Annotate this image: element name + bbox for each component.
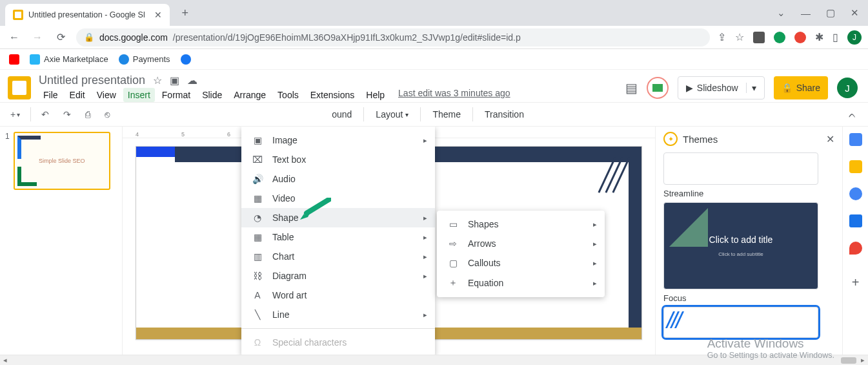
insert-video[interactable]: ▦Video — [241, 189, 435, 208]
scroll-right-icon[interactable]: ▸ — [858, 356, 868, 364]
insert-diagram[interactable]: ⛓Diagram▸ — [241, 266, 435, 286]
contacts-icon[interactable] — [849, 214, 862, 227]
menu-edit[interactable]: Edit — [65, 88, 90, 102]
omega-icon: Ω — [252, 337, 263, 348]
youtube-icon[interactable] — [9, 54, 19, 65]
maximize-icon[interactable]: ▢ — [826, 7, 835, 19]
watermark-line2: Go to Settings to activate Windows. — [707, 351, 834, 360]
insert-textbox[interactable]: ⌧Text box — [241, 150, 435, 169]
theme-prev-partial[interactable] — [663, 152, 818, 185]
insert-special-chars: ΩSpecial characters — [241, 333, 435, 352]
extension-green-icon[interactable] — [774, 32, 785, 43]
slides-logo-icon[interactable] — [8, 76, 31, 99]
line-icon: ╲ — [252, 309, 263, 320]
menu-extensions[interactable]: Extensions — [306, 88, 359, 102]
textbox-icon: ⌧ — [252, 154, 263, 165]
meet-icon[interactable] — [647, 77, 669, 99]
browser-tab[interactable]: Untitled presentation - Google Sl ✕ — [5, 4, 170, 26]
thumb-caption: Simple Slide SEO — [39, 158, 85, 164]
menu-bar: File Edit View Insert Format Slide Arran… — [39, 88, 510, 102]
insert-table[interactable]: ▦Table▸ — [241, 227, 435, 247]
menu-slide[interactable]: Slide — [197, 88, 227, 102]
slideshow-caret-icon[interactable]: ▾ — [746, 83, 756, 93]
side-rail: + — [842, 127, 868, 355]
bookmark-payments[interactable]: Payments — [119, 54, 170, 65]
tasks-icon[interactable] — [849, 187, 862, 200]
scroll-left-icon[interactable]: ◂ — [0, 356, 10, 364]
shape-callouts[interactable]: ▢Callouts▸ — [437, 253, 605, 273]
undo-button[interactable]: ↶ — [37, 107, 53, 122]
facebook-icon[interactable] — [181, 54, 191, 65]
shape-shapes[interactable]: ▭Shapes▸ — [437, 214, 605, 234]
share-button[interactable]: 🔒 Share — [774, 76, 828, 99]
background-button[interactable]: ound — [327, 107, 357, 122]
menu-tools[interactable]: Tools — [273, 88, 303, 102]
back-button[interactable]: ← — [6, 30, 22, 45]
theme-button[interactable]: Theme — [427, 107, 466, 122]
extensions-puzzle-icon[interactable]: ✱ — [815, 31, 823, 43]
diagram-icon: ⛓ — [252, 271, 263, 281]
address-bar[interactable]: 🔒 docs.google.com/presentation/d/19jOgE9… — [76, 28, 710, 47]
extension-m-icon[interactable] — [753, 32, 765, 43]
browser-tab-strip: Untitled presentation - Google Sl ✕ + ⌄ … — [0, 0, 868, 26]
reading-list-icon[interactable]: ▯ — [833, 31, 838, 43]
shape-equation[interactable]: ＋Equation▸ — [437, 273, 605, 293]
insert-wordart[interactable]: AWord art — [241, 286, 435, 305]
theme-streamline[interactable]: Click to add title Click to add subtitle — [663, 202, 818, 289]
paint-format-button[interactable]: ⎋ — [101, 107, 114, 122]
slideshow-button[interactable]: ▶ Slideshow ▾ — [678, 76, 765, 99]
shape-arrows[interactable]: ⇨Arrows▸ — [437, 234, 605, 253]
new-tab-button[interactable]: + — [176, 4, 194, 22]
new-slide-button[interactable]: +▾ — [6, 107, 24, 122]
maps-icon[interactable] — [849, 242, 862, 255]
collapse-toolbar-icon[interactable]: ᨈ — [849, 109, 856, 120]
theme-title-text: Click to add title — [709, 235, 773, 245]
move-icon[interactable]: ▣ — [170, 74, 179, 87]
keep-icon[interactable] — [849, 160, 862, 173]
insert-audio[interactable]: 🔊Audio — [241, 169, 435, 189]
insert-line[interactable]: ╲Line▸ — [241, 305, 435, 324]
layout-dropdown[interactable]: Layout ▾ — [370, 107, 414, 122]
thumb-number: 1 — [5, 132, 10, 190]
menu-view[interactable]: View — [92, 88, 121, 102]
callouts-icon: ▢ — [447, 258, 459, 268]
close-window-icon[interactable]: ✕ — [851, 7, 859, 19]
transition-button[interactable]: Transition — [479, 107, 529, 122]
insert-chart[interactable]: ▥Chart▸ — [241, 247, 435, 266]
profile-avatar-small[interactable]: J — [847, 30, 862, 45]
star-icon[interactable]: ☆ — [153, 74, 162, 87]
minimize-icon[interactable]: — — [801, 8, 811, 19]
annotation-arrow-icon — [299, 198, 331, 221]
doc-title[interactable]: Untitled presentation — [39, 74, 145, 87]
profile-avatar[interactable]: J — [837, 78, 858, 98]
cloud-icon[interactable]: ☁ — [187, 74, 197, 87]
menu-file[interactable]: File — [39, 88, 63, 102]
calendar-icon[interactable] — [849, 133, 862, 146]
close-tab-icon[interactable]: ✕ — [154, 10, 162, 20]
shape-icon: ◔ — [252, 213, 263, 223]
browser-nav-bar: ← → ⟳ 🔒 docs.google.com/presentation/d/1… — [0, 26, 868, 49]
menu-help[interactable]: Help — [361, 88, 389, 102]
scroll-thumb[interactable] — [841, 357, 856, 364]
insert-image[interactable]: ▣Image▸ — [241, 130, 435, 150]
reload-button[interactable]: ⟳ — [53, 30, 68, 45]
menu-arrange[interactable]: Arrange — [229, 88, 270, 102]
add-on-plus-icon[interactable]: + — [852, 275, 860, 290]
print-button[interactable]: ⎙ — [81, 107, 94, 122]
extension-red-icon[interactable] — [794, 32, 806, 43]
menu-format[interactable]: Format — [157, 88, 195, 102]
slides-favicon — [13, 10, 23, 20]
theme-focus[interactable] — [663, 307, 818, 338]
close-panel-icon[interactable]: ✕ — [826, 133, 834, 145]
redo-button[interactable]: ↷ — [59, 107, 75, 122]
slide-thumbnail-1[interactable]: Simple Slide SEO — [14, 132, 110, 190]
window-chevron-icon[interactable]: ⌄ — [777, 7, 785, 19]
bookmark-star-icon[interactable]: ☆ — [735, 31, 744, 43]
forward-button[interactable]: → — [30, 30, 45, 45]
bookmark-axie[interactable]: Axie Marketplace — [30, 54, 108, 65]
menu-insert[interactable]: Insert — [123, 88, 155, 102]
insert-shape[interactable]: ◔Shape▸ — [241, 208, 435, 227]
comments-icon[interactable]: ▤ — [625, 80, 638, 96]
share-page-icon[interactable]: ⇪ — [718, 31, 726, 43]
last-edit-link[interactable]: Last edit was 3 minutes ago — [398, 88, 510, 102]
